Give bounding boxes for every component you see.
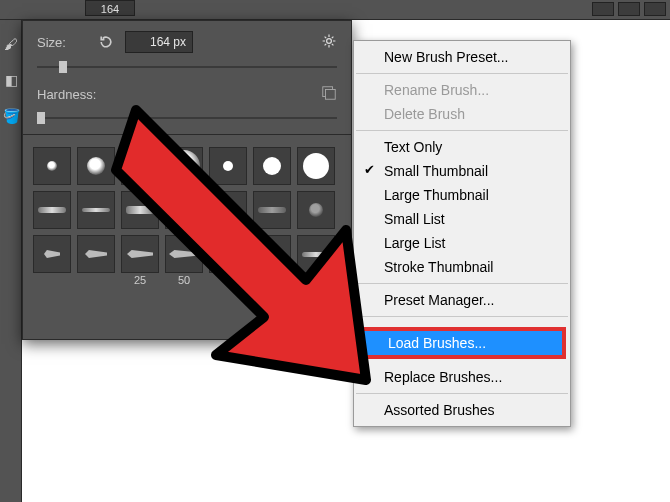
check-icon: ✔ [364,162,375,177]
slider-track [37,66,337,68]
bucket-tool-icon[interactable]: 🪣 [1,104,21,128]
brush-size-label: 50 [166,274,202,286]
brush-preset[interactable] [165,147,203,185]
brush-preset[interactable] [297,191,335,229]
hardness-label: Hardness: [37,87,97,102]
brush-preset[interactable] [297,235,335,273]
reset-size-icon[interactable] [97,33,115,51]
brush-preset[interactable] [77,191,115,229]
size-label: Size: [37,35,97,50]
menu-label: Small Thumbnail [384,163,488,179]
brush-preset[interactable] [253,191,291,229]
brush-preset[interactable] [209,235,247,273]
brush-tool-icon[interactable]: 🖌 [1,32,21,56]
brush-preset[interactable] [165,191,203,229]
menu-small-list[interactable]: Small List [354,207,570,231]
max-button[interactable] [618,2,640,16]
slider-track [37,117,337,119]
menu-text-only[interactable]: Text Only [354,135,570,159]
brush-size-readout[interactable]: 164 [85,0,135,16]
brush-preset-panel: Size: 164 px Hardness: [22,20,352,340]
brush-preset[interactable]: 25 [121,235,159,273]
svg-point-0 [327,38,332,43]
menu-large-list[interactable]: Large List [354,231,570,255]
menu-rename-brush: Rename Brush... [354,78,570,102]
close-button[interactable] [644,2,666,16]
divider [23,134,351,135]
slider-thumb[interactable] [37,112,45,124]
new-document-icon[interactable] [321,85,337,104]
brush-thumbnail-grid: 25 50 [23,139,351,283]
app-toolbar: 164 [0,0,670,20]
brush-preset[interactable] [253,147,291,185]
window-controls [592,2,666,16]
menu-assorted-brushes[interactable]: Assorted Brushes [354,398,570,422]
menu-new-brush-preset[interactable]: New Brush Preset... [354,45,570,69]
menu-separator [356,393,568,394]
brush-flyout-menu: New Brush Preset... Rename Brush... Dele… [353,40,571,427]
menu-separator [356,316,568,317]
brush-preset[interactable] [33,147,71,185]
brush-preset[interactable] [33,191,71,229]
menu-load-brushes[interactable]: Load Brushes... [362,331,562,355]
menu-small-thumbnail[interactable]: ✔Small Thumbnail [354,159,570,183]
brush-preset[interactable] [121,191,159,229]
brush-preset[interactable] [77,235,115,273]
menu-preset-manager[interactable]: Preset Manager... [354,288,570,312]
brush-preset[interactable] [121,147,159,185]
brush-preset[interactable] [209,147,247,185]
brush-preset[interactable] [33,235,71,273]
menu-large-thumbnail[interactable]: Large Thumbnail [354,183,570,207]
slider-thumb[interactable] [59,61,67,73]
gear-icon[interactable] [321,33,337,52]
eraser-tool-icon[interactable]: ◧ [1,68,21,92]
brush-preset[interactable] [209,191,247,229]
brush-preset[interactable] [253,235,291,273]
menu-replace-brushes[interactable]: Replace Brushes... [354,365,570,389]
size-input[interactable]: 164 px [125,31,193,53]
brush-size-label: 25 [122,274,158,286]
menu-delete-brush: Delete Brush [354,102,570,126]
menu-separator [356,73,568,74]
hardness-slider[interactable] [37,112,337,124]
min-button[interactable] [592,2,614,16]
canvas-area[interactable] [22,340,670,502]
menu-stroke-thumbnail[interactable]: Stroke Thumbnail [354,255,570,279]
brush-preset[interactable] [297,147,335,185]
size-slider[interactable] [37,61,337,73]
brush-preset[interactable]: 50 [165,235,203,273]
tool-strip: 🖌 ◧ 🪣 [0,20,22,502]
brush-preset[interactable] [77,147,115,185]
menu-separator [356,283,568,284]
tutorial-highlight-box: Load Brushes... [358,327,566,359]
menu-separator [356,130,568,131]
svg-rect-2 [325,89,335,99]
